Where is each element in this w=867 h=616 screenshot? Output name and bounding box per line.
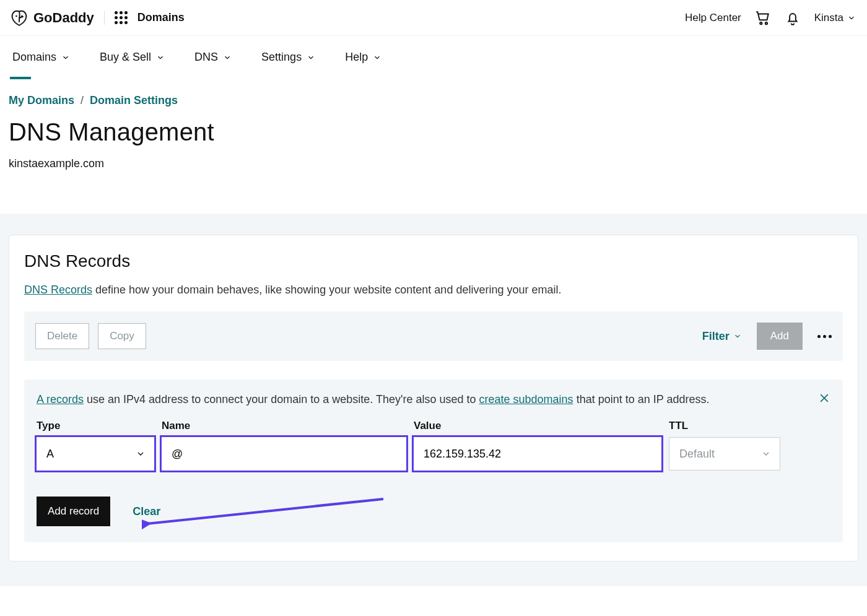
section-title: DNS Records [24,251,843,271]
user-name: Kinsta [814,12,843,24]
godaddy-logo-icon [10,9,28,27]
type-value[interactable] [37,437,154,471]
value-label: Value [414,420,661,432]
breadcrumb-my-domains[interactable]: My Domains [9,94,74,107]
svg-point-3 [765,22,767,24]
page-title: DNS Management [9,118,858,146]
main-nav: Domains Buy & Sell DNS Settings Help [0,36,867,79]
svg-point-0 [15,15,17,17]
clear-link[interactable]: Clear [133,505,160,518]
info-line: A records use an IPv4 address to connect… [37,393,830,406]
breadcrumb-sep: / [81,94,84,107]
nav-help[interactable]: Help [345,50,381,79]
breadcrumb: My Domains / Domain Settings [9,94,858,107]
help-center-link[interactable]: Help Center [685,12,741,24]
nav-domains[interactable]: Domains [12,50,70,79]
delete-button[interactable]: Delete [35,323,89,349]
chevron-down-icon [847,14,856,22]
header-divider [104,11,105,25]
brand-name: GoDaddy [33,10,94,26]
value-input[interactable] [414,437,661,471]
ttl-select[interactable] [669,437,780,471]
svg-point-2 [760,22,762,24]
add-button[interactable]: Add [757,323,803,350]
dns-records-card: DNS Records DNS Records define how your … [9,235,858,562]
domain-name-text: kinstaexample.com [9,157,858,170]
close-icon[interactable] [818,392,830,404]
name-input[interactable] [162,437,406,471]
godaddy-logo[interactable]: GoDaddy [10,9,94,27]
bell-icon[interactable] [785,10,801,26]
chevron-down-icon [223,53,232,62]
user-menu[interactable]: Kinsta [814,12,856,24]
name-input-wrap [162,437,406,471]
chevron-down-icon [733,332,742,341]
apps-launcher-icon[interactable] [115,11,128,24]
dns-records-link[interactable]: DNS Records [24,284,92,296]
filter-button[interactable]: Filter [702,330,742,343]
chevron-down-icon [373,53,381,62]
value-input-wrap [414,437,661,471]
cart-icon[interactable] [755,10,771,26]
type-select[interactable] [37,437,154,471]
breadcrumb-domain-settings[interactable]: Domain Settings [90,94,178,107]
section-description: DNS Records define how your domain behav… [24,284,843,297]
copy-button[interactable]: Copy [98,323,146,349]
nav-dns[interactable]: DNS [194,50,232,79]
name-label: Name [162,420,406,432]
chevron-down-icon [156,53,165,62]
add-record-panel: A records use an IPv4 address to connect… [24,380,843,542]
create-subdomains-link[interactable]: create subdomains [479,393,573,406]
more-menu-icon[interactable] [817,335,832,338]
type-label: Type [37,420,154,432]
ttl-value[interactable] [669,438,780,470]
product-name[interactable]: Domains [137,11,185,24]
ttl-label: TTL [669,420,780,432]
add-record-button[interactable]: Add record [37,497,110,526]
chevron-down-icon [307,53,315,62]
chevron-down-icon [61,53,70,62]
records-toolbar: Delete Copy Filter Add [24,311,843,361]
a-records-link[interactable]: A records [37,393,84,406]
nav-buy-sell[interactable]: Buy & Sell [100,50,165,79]
nav-settings[interactable]: Settings [261,50,315,79]
